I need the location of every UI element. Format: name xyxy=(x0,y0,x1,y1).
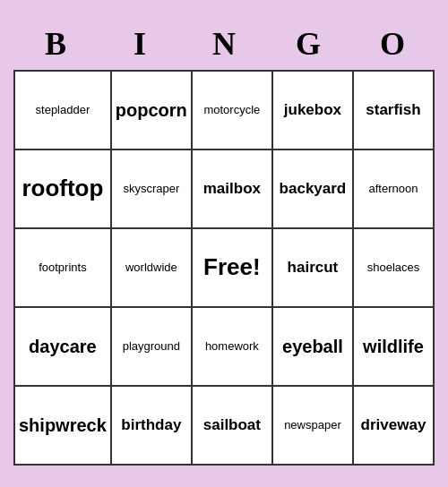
bingo-cell-13: haircut xyxy=(273,229,354,308)
bingo-letter-i: I xyxy=(98,21,182,66)
bingo-cell-16: playground xyxy=(112,308,193,387)
cell-text-19: wildlife xyxy=(363,336,424,357)
bingo-cell-3: jukebox xyxy=(273,72,354,150)
bingo-cell-10: footprints xyxy=(15,229,112,308)
bingo-cell-19: wildlife xyxy=(354,308,435,387)
bingo-cell-4: starfish xyxy=(354,72,435,150)
cell-text-14: shoelaces xyxy=(367,261,420,275)
bingo-letter-n: N xyxy=(182,21,266,66)
cell-text-6: skyscraper xyxy=(123,182,179,196)
bingo-cell-20: shipwreck xyxy=(15,387,112,466)
bingo-letter-o: O xyxy=(350,21,435,66)
cell-text-23: newspaper xyxy=(284,418,341,432)
cell-text-24: driveway xyxy=(361,416,426,434)
cell-text-17: homework xyxy=(205,339,259,354)
cell-text-3: jukebox xyxy=(284,101,341,119)
cell-text-21: birthday xyxy=(121,416,181,434)
cell-text-9: afternoon xyxy=(369,182,418,196)
cell-text-2: motorcycle xyxy=(203,103,260,117)
bingo-cell-1: popcorn xyxy=(112,72,193,150)
cell-text-1: popcorn xyxy=(116,99,187,121)
bingo-cell-18: eyeball xyxy=(273,308,354,387)
cell-text-10: footprints xyxy=(39,261,86,275)
cell-text-22: sailboat xyxy=(203,416,261,434)
cell-text-12: Free! xyxy=(203,253,261,281)
bingo-cell-2: motorcycle xyxy=(193,72,273,150)
bingo-card: BINGO stepladderpopcornmotorcyclejukebox… xyxy=(13,21,435,466)
cell-text-7: mailbox xyxy=(203,180,261,198)
bingo-cell-15: daycare xyxy=(15,308,112,387)
bingo-cell-22: sailboat xyxy=(193,387,273,466)
bingo-cell-17: homework xyxy=(193,308,273,387)
bingo-header: BINGO xyxy=(13,21,435,66)
bingo-grid: stepladderpopcornmotorcyclejukeboxstarfi… xyxy=(13,70,435,466)
cell-text-0: stepladder xyxy=(36,103,90,117)
bingo-letter-g: G xyxy=(266,21,350,66)
bingo-cell-12: Free! xyxy=(193,229,273,308)
bingo-cell-0: stepladder xyxy=(15,72,112,150)
bingo-cell-14: shoelaces xyxy=(354,229,435,308)
bingo-cell-21: birthday xyxy=(112,387,193,466)
bingo-cell-11: worldwide xyxy=(112,229,193,308)
bingo-cell-9: afternoon xyxy=(354,150,435,229)
bingo-cell-5: rooftop xyxy=(15,150,112,229)
cell-text-8: backyard xyxy=(280,180,347,198)
cell-text-13: haircut xyxy=(288,259,339,277)
bingo-cell-8: backyard xyxy=(273,150,354,229)
bingo-cell-23: newspaper xyxy=(273,387,354,466)
cell-text-15: daycare xyxy=(29,336,97,357)
bingo-cell-24: driveway xyxy=(354,387,435,466)
cell-text-18: eyeball xyxy=(282,336,343,357)
cell-text-11: worldwide xyxy=(125,261,177,275)
cell-text-16: playground xyxy=(123,339,180,354)
cell-text-5: rooftop xyxy=(22,175,103,202)
cell-text-4: starfish xyxy=(366,101,420,119)
bingo-letter-b: B xyxy=(13,21,98,66)
bingo-cell-7: mailbox xyxy=(193,150,273,229)
cell-text-20: shipwreck xyxy=(19,414,107,436)
bingo-cell-6: skyscraper xyxy=(112,150,193,229)
